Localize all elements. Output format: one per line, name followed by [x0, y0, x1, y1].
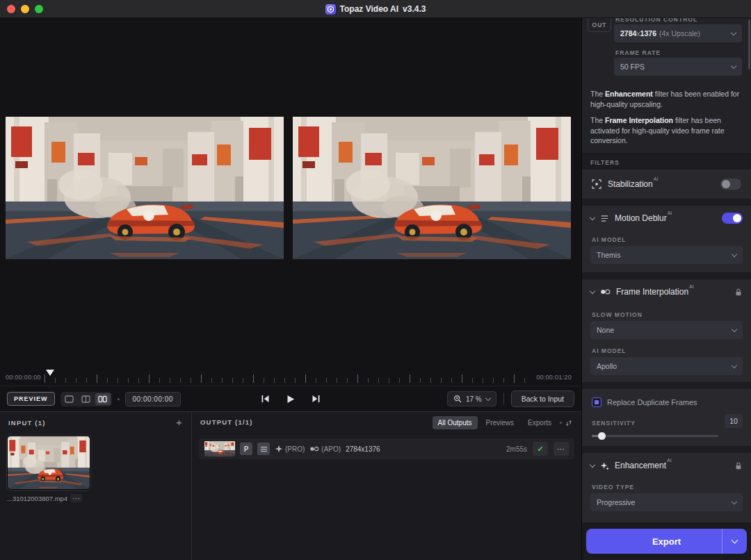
frame-rate-value: 50 FPS: [620, 63, 645, 71]
out-tab[interactable]: OUT: [588, 18, 611, 32]
sensitivity-value-field[interactable]: 10: [725, 414, 743, 428]
split-view-icon: [81, 395, 90, 403]
playhead[interactable]: [46, 370, 54, 376]
frame-rate-label: FRAME RATE: [615, 49, 661, 56]
chevron-down-icon: [732, 251, 737, 256]
motion-deblur-toggle[interactable]: [722, 213, 743, 224]
frame-interpolation-header[interactable]: Frame InterpolationAI: [582, 279, 751, 304]
chevron-down-icon: [732, 498, 737, 504]
enhancement-enabled-message: The Enhancement filter has been enabled …: [590, 89, 744, 109]
motion-deblur-model-value: Themis: [597, 251, 620, 259]
slow-motion-value: None: [597, 326, 614, 334]
preview-badge: P: [240, 443, 252, 455]
output-row-right: 2m55s ✓ ⋯: [506, 442, 569, 456]
chevron-down-icon: [731, 63, 736, 68]
stabilization-label: StabilizationAI: [608, 179, 658, 189]
tab-all-outputs[interactable]: All Outputs: [433, 416, 478, 429]
frame-circles-icon: [309, 445, 319, 452]
input-thumbnail[interactable]: [7, 436, 90, 490]
stabilization-toggle[interactable]: [720, 179, 741, 190]
output-more-button[interactable]: ⋯: [554, 442, 569, 456]
sort-arrows-icon: [565, 419, 573, 427]
preview-upscaled-frame[interactable]: [293, 117, 571, 259]
frame-interpolation-icon: [600, 288, 611, 295]
interpolation-enabled-message: The Frame Interpolation filter has been …: [590, 115, 744, 146]
settings-sidebar: OUT RESOLUTION CONTROL 2784 x 1376 (4x U…: [581, 18, 751, 560]
motion-deblur-model-select[interactable]: Themis: [590, 246, 743, 264]
single-view-button[interactable]: [62, 393, 77, 405]
frame-interpolation-label: Frame InterpolationAI: [616, 287, 694, 297]
timeline: 00:00:00:00 00:00:01:20: [0, 368, 581, 386]
input-more-button[interactable]: ⋯: [70, 494, 82, 502]
zoom-value: 17 %: [466, 395, 482, 403]
motion-deblur-header[interactable]: Motion DeblurAI: [582, 206, 751, 231]
sensitivity-slider[interactable]: [592, 432, 718, 440]
step-back-icon: [261, 395, 270, 403]
filters-heading: FILTERS: [590, 159, 620, 166]
chevron-down-icon: [732, 536, 738, 543]
sidebar-scrollbar[interactable]: [748, 19, 750, 69]
vertical-divider: [503, 393, 504, 405]
motion-deblur-model-label: AI MODEL: [592, 236, 627, 243]
split-view-button[interactable]: [79, 393, 94, 405]
interpolation-model-select[interactable]: Apollo: [590, 357, 743, 375]
add-input-button[interactable]: +: [176, 418, 183, 427]
pro-model-label: (PRO): [285, 445, 305, 453]
export-options-button[interactable]: [722, 529, 747, 554]
preview-button[interactable]: PREVIEW: [7, 392, 55, 406]
lock-icon: [734, 461, 743, 470]
separator-dot: [560, 422, 562, 424]
zoom-control[interactable]: 17 %: [447, 391, 496, 406]
export-button[interactable]: Export: [586, 529, 747, 554]
collapse-chevron-icon: [590, 214, 595, 220]
slider-thumb[interactable]: [598, 432, 606, 440]
step-forward-icon: [312, 395, 321, 403]
replace-duplicate-checkbox[interactable]: [592, 397, 601, 407]
filter-card-motion-deblur: Motion DeblurAI AI MODEL Themis: [582, 206, 751, 272]
resolution-select[interactable]: 2784 x 1376 (4x Upscale): [614, 24, 742, 42]
deinterlace-badge: [257, 443, 270, 455]
checkbox-check-icon: [595, 400, 599, 404]
main-area: 00:00:00:00 00:00:01:20 PREVIEW 00:00: [0, 18, 581, 560]
playback-controls: [261, 395, 321, 404]
video-type-value: Progressive: [597, 498, 635, 507]
sensitivity-label: SENSITIVITY: [592, 420, 636, 427]
lock-icon: [734, 288, 743, 297]
output-duration: 2m55s: [506, 445, 527, 453]
current-timecode-field[interactable]: 00:00:00:00: [125, 392, 181, 406]
output-row[interactable]: P (PRO) (APO) 2784x1376 2m55s: [199, 438, 574, 459]
motion-deblur-icon: [600, 214, 609, 223]
input-panel: INPUT (1) +: [0, 412, 192, 560]
interpolation-model-value: Apollo: [597, 362, 617, 370]
stabilization-icon: [592, 179, 601, 189]
tab-exports[interactable]: Exports: [522, 416, 557, 429]
side-by-side-view-icon: [98, 395, 107, 403]
enhancement-header[interactable]: EnhancementAI: [582, 453, 751, 478]
tab-previews[interactable]: Previews: [481, 416, 520, 429]
chevron-down-icon: [485, 395, 490, 400]
transport-bar: PREVIEW 00:00:00:00: [0, 386, 581, 411]
back-to-input-button[interactable]: Back to Input: [511, 390, 574, 407]
timeline-start-timecode: 00:00:00:00: [6, 374, 41, 381]
app-window: Topaz Video AI v3.4.3: [0, 0, 751, 560]
enhancement-model-group: (PRO): [275, 445, 305, 453]
play-button[interactable]: [286, 395, 295, 404]
resolution-control-label: RESOLUTION CONTROL: [615, 18, 697, 23]
step-back-button[interactable]: [261, 395, 270, 403]
app-title: Topaz Video AI: [340, 4, 398, 14]
preview-original-frame[interactable]: [6, 117, 284, 259]
chevron-down-icon: [732, 362, 737, 368]
collapse-chevron-icon: [590, 461, 595, 467]
bottom-panels: INPUT (1) +: [0, 411, 581, 560]
timeline-ruler[interactable]: [45, 372, 526, 383]
video-type-select[interactable]: Progressive: [590, 493, 743, 511]
slider-track[interactable]: [592, 435, 718, 437]
chevron-down-icon: [731, 29, 736, 35]
side-by-side-view-button[interactable]: [95, 393, 111, 405]
slow-motion-select[interactable]: None: [590, 321, 743, 339]
replace-duplicate-row[interactable]: Replace Duplicate Frames: [592, 397, 697, 407]
frame-rate-select[interactable]: 50 FPS: [614, 58, 742, 76]
sort-button[interactable]: [565, 419, 573, 427]
output-done-button[interactable]: ✓: [533, 442, 548, 456]
step-forward-button[interactable]: [312, 395, 321, 403]
